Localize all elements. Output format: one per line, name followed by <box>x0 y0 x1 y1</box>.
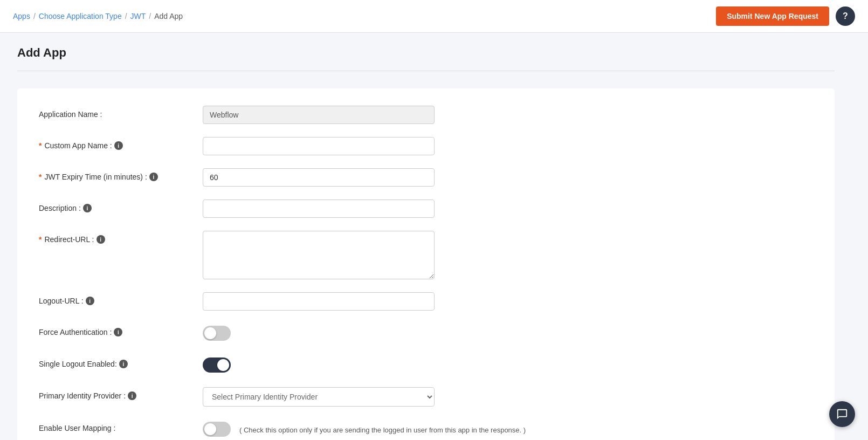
jwt-expiry-input[interactable] <box>203 168 435 187</box>
custom-app-name-row: * Custom App Name : i <box>39 137 813 155</box>
description-info-icon[interactable]: i <box>83 204 92 212</box>
redirect-url-info-icon[interactable]: i <box>97 235 105 244</box>
logout-url-info-icon[interactable]: i <box>86 297 94 305</box>
custom-app-name-input[interactable] <box>203 137 435 155</box>
custom-app-name-info-icon[interactable]: i <box>114 141 123 150</box>
required-marker-custom-app: * <box>39 141 42 150</box>
breadcrumb: Apps / Choose Application Type / JWT / A… <box>13 12 183 20</box>
description-label: Description : i <box>39 200 190 212</box>
logout-url-row: Logout-URL : i <box>39 292 813 311</box>
force-auth-toggle-thumb <box>204 327 216 339</box>
required-marker-jwt: * <box>39 173 42 181</box>
help-button[interactable]: ? <box>836 6 855 26</box>
single-logout-label: Single Logout Enabled: i <box>39 355 190 368</box>
custom-app-name-label: * Custom App Name : i <box>39 137 190 150</box>
breadcrumb-sep-2: / <box>125 12 127 20</box>
single-logout-row: Single Logout Enabled: i <box>39 355 813 374</box>
header-actions: Submit New App Request ? <box>716 6 855 26</box>
header: Apps / Choose Application Type / JWT / A… <box>0 0 868 33</box>
enable-user-mapping-toggle-thumb <box>204 423 216 435</box>
breadcrumb-sep-1: / <box>33 12 36 20</box>
logout-url-label: Logout-URL : i <box>39 292 190 305</box>
application-name-label: Application Name : <box>39 106 190 119</box>
breadcrumb-sep-3: / <box>149 12 151 20</box>
primary-idp-row: Primary Identity Provider : i Select Pri… <box>39 387 813 407</box>
page-content: Add App Application Name : * Custom App … <box>0 33 852 440</box>
primary-idp-info-icon[interactable]: i <box>128 391 136 400</box>
single-logout-info-icon[interactable]: i <box>119 360 128 368</box>
single-logout-toggle[interactable] <box>203 358 231 373</box>
enable-user-mapping-note: ( Check this option only if you are send… <box>239 422 526 434</box>
force-auth-label: Force Authentication : i <box>39 324 190 336</box>
force-auth-info-icon[interactable]: i <box>114 328 122 336</box>
chat-fab-button[interactable] <box>829 401 855 427</box>
single-logout-toggle-wrapper <box>203 355 231 374</box>
enable-user-mapping-toggle-wrapper: ( Check this option only if you are send… <box>203 420 526 437</box>
application-name-input <box>203 106 435 124</box>
jwt-expiry-label: * JWT Expiry Time (in minutes) : i <box>39 168 190 181</box>
required-marker-redirect: * <box>39 235 42 244</box>
redirect-url-textarea[interactable] <box>203 231 435 279</box>
jwt-expiry-info-icon[interactable]: i <box>149 173 158 181</box>
force-auth-toggle-wrapper <box>203 324 231 342</box>
chat-icon <box>836 408 848 420</box>
breadcrumb-apps[interactable]: Apps <box>13 12 30 20</box>
breadcrumb-jwt[interactable]: JWT <box>130 12 146 20</box>
force-auth-toggle[interactable] <box>203 326 231 341</box>
description-input[interactable] <box>203 200 435 218</box>
submit-new-app-button[interactable]: Submit New App Request <box>716 6 829 26</box>
description-row: Description : i <box>39 200 813 218</box>
redirect-url-row: * Redirect-URL : i <box>39 231 813 279</box>
application-name-row: Application Name : <box>39 106 813 124</box>
enable-user-mapping-label: Enable User Mapping : <box>39 420 190 432</box>
primary-idp-label: Primary Identity Provider : i <box>39 387 190 400</box>
redirect-url-label: * Redirect-URL : i <box>39 231 190 244</box>
primary-idp-select[interactable]: Select Primary Identity Provider <box>203 387 435 407</box>
jwt-expiry-row: * JWT Expiry Time (in minutes) : i <box>39 168 813 187</box>
section-divider <box>17 71 835 71</box>
page-title: Add App <box>17 46 835 60</box>
add-app-form: Application Name : * Custom App Name : i… <box>17 88 835 440</box>
logout-url-input[interactable] <box>203 292 435 311</box>
breadcrumb-choose-type[interactable]: Choose Application Type <box>39 12 122 20</box>
breadcrumb-current: Add App <box>154 12 183 20</box>
enable-user-mapping-toggle[interactable] <box>203 422 231 437</box>
enable-user-mapping-row: Enable User Mapping : ( Check this optio… <box>39 420 813 437</box>
single-logout-toggle-thumb <box>217 359 229 371</box>
force-auth-row: Force Authentication : i <box>39 324 813 342</box>
